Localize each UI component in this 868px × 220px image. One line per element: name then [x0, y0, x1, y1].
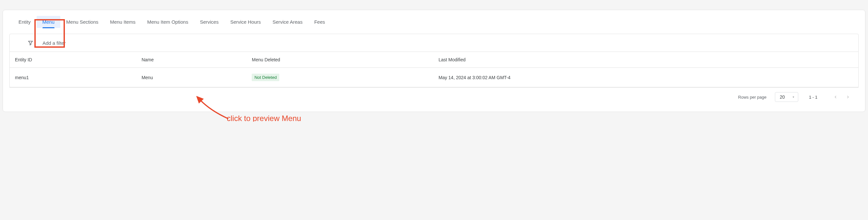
data-table: Entity ID Name Menu Deleted Last Modifie… — [10, 52, 858, 87]
table-header-row: Entity ID Name Menu Deleted Last Modifie… — [10, 52, 858, 68]
filter-icon — [28, 40, 33, 46]
content-card: Entity Menu Menu Sections Menu Items Men… — [3, 10, 865, 112]
col-entity-id[interactable]: Entity ID — [10, 52, 137, 68]
rows-per-page-value: 20 — [780, 94, 785, 100]
cell-last-modified: May 14, 2024 at 3:00:02 AM GMT-4 — [434, 68, 858, 87]
rows-per-page-label: Rows per page — [738, 95, 767, 100]
pagination-range: 1 - 1 — [807, 95, 820, 100]
tab-service-hours[interactable]: Service Hours — [224, 16, 267, 28]
annotation-label: click to preview Menu — [227, 114, 301, 122]
tab-service-areas[interactable]: Service Areas — [267, 16, 308, 28]
cell-name: Menu — [137, 68, 247, 87]
tab-menu-sections[interactable]: Menu Sections — [60, 16, 104, 28]
col-name[interactable]: Name — [137, 52, 247, 68]
pagination-bar: Rows per page 20 1 - 1 — [9, 88, 859, 102]
tab-fees[interactable]: Fees — [308, 16, 331, 28]
prev-page-button[interactable] — [833, 95, 838, 99]
cell-menu-deleted: Not Deleted — [247, 68, 434, 87]
status-badge: Not Deleted — [252, 74, 279, 81]
rows-per-page-select[interactable]: 20 — [775, 92, 798, 102]
tab-menu-item-options[interactable]: Menu Item Options — [142, 16, 194, 28]
col-last-modified[interactable]: Last Modified — [434, 52, 858, 68]
next-page-button[interactable] — [846, 95, 850, 99]
tab-services[interactable]: Services — [194, 16, 224, 28]
table-container: Add a filter Entity ID Name Menu Deleted… — [9, 34, 859, 88]
col-menu-deleted[interactable]: Menu Deleted — [247, 52, 434, 68]
filter-bar[interactable]: Add a filter — [10, 34, 858, 52]
table-row[interactable]: menu1 Menu Not Deleted May 14, 2024 at 3… — [10, 68, 858, 87]
tabs-bar: Entity Menu Menu Sections Menu Items Men… — [3, 10, 865, 34]
pagination-arrows — [828, 95, 855, 99]
filter-placeholder: Add a filter — [42, 40, 66, 46]
cell-entity-id: menu1 — [10, 68, 137, 87]
tab-menu[interactable]: Menu — [37, 16, 61, 28]
tab-entity[interactable]: Entity — [13, 16, 37, 28]
tab-menu-items[interactable]: Menu Items — [104, 16, 141, 28]
caret-down-icon — [792, 95, 795, 99]
